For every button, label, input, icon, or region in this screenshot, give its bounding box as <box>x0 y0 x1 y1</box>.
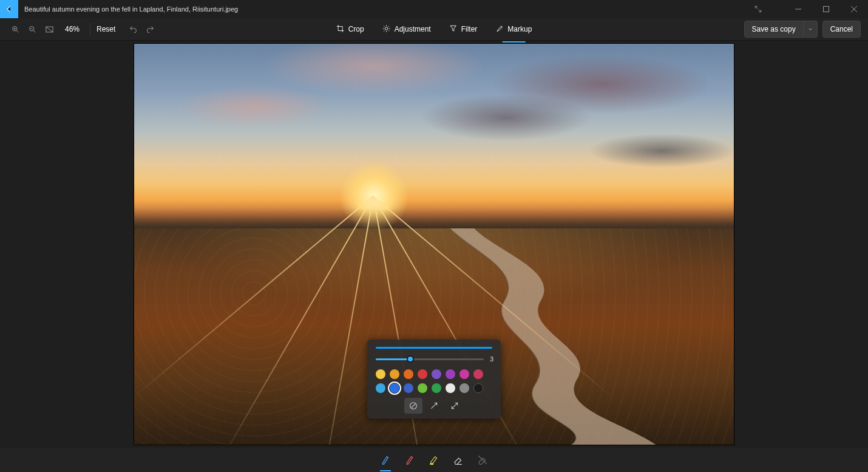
highlighter-tool[interactable] <box>425 451 443 469</box>
pen-tool-2[interactable] <box>401 451 419 469</box>
save-options-dropdown[interactable] <box>804 21 818 38</box>
file-name: Beautiful autumn evening on the fell in … <box>24 5 238 13</box>
zoom-reset-button[interactable]: Reset <box>90 22 120 36</box>
color-swatch-amber[interactable] <box>390 369 399 379</box>
adjustment-icon <box>382 24 391 35</box>
tab-label: Crop <box>348 25 364 33</box>
clear-markup-button[interactable] <box>473 451 492 469</box>
titlebar: Beautiful autumn evening on the fell in … <box>0 0 868 18</box>
color-swatch-red[interactable] <box>418 369 427 379</box>
cancel-button[interactable]: Cancel <box>822 21 861 38</box>
tab-label: Markup <box>507 25 532 33</box>
line-ending-group <box>376 398 492 414</box>
tab-filter[interactable]: Filter <box>448 22 479 37</box>
back-button[interactable] <box>0 0 18 18</box>
undo-button[interactable] <box>125 21 141 37</box>
close-button[interactable] <box>840 0 868 18</box>
maximize-button[interactable] <box>812 0 840 18</box>
zoom-in-button[interactable] <box>7 21 23 37</box>
color-swatch-orange[interactable] <box>404 369 413 379</box>
color-swatch-gray[interactable] <box>459 383 469 393</box>
line-ending-none[interactable] <box>404 398 422 414</box>
zoom-level: 46% <box>58 25 86 33</box>
tab-crop[interactable]: Crop <box>335 22 365 37</box>
color-swatch-grid <box>376 369 492 393</box>
panel-accent-line <box>376 347 492 349</box>
toolbar: 46% Reset Crop Adjustment Filter <box>0 18 868 41</box>
pen-size-slider[interactable]: 3 <box>376 355 492 363</box>
tab-markup[interactable]: Markup <box>494 22 533 37</box>
color-swatch-green[interactable] <box>432 383 441 393</box>
line-ending-double-arrow[interactable] <box>446 398 464 414</box>
color-swatch-lime[interactable] <box>418 383 427 393</box>
redo-button[interactable] <box>142 21 158 37</box>
color-swatch-white[interactable] <box>446 383 455 393</box>
tab-label: Adjustment <box>395 25 431 33</box>
color-swatch-sky[interactable] <box>376 383 385 393</box>
color-swatch-azure[interactable] <box>390 383 399 393</box>
pen-tool-1[interactable] <box>376 451 395 469</box>
filter-icon <box>449 24 458 35</box>
color-swatch-crimson[interactable] <box>473 369 483 379</box>
canvas-area: 3 <box>0 41 868 448</box>
color-swatch-blue[interactable] <box>404 383 413 393</box>
markup-icon <box>495 24 504 35</box>
svg-point-4 <box>385 27 388 30</box>
color-swatch-black[interactable] <box>473 383 483 393</box>
minimize-button[interactable] <box>784 0 812 18</box>
save-as-copy-split: Save as copy <box>744 21 818 38</box>
markup-tool-strip <box>0 448 868 472</box>
tab-adjustment[interactable]: Adjustment <box>381 22 432 37</box>
color-swatch-purple[interactable] <box>446 369 455 379</box>
crop-icon <box>336 24 345 35</box>
color-swatch-magenta[interactable] <box>459 369 469 379</box>
svg-rect-0 <box>824 7 829 12</box>
tab-label: Filter <box>461 25 478 33</box>
markup-pen-panel: 3 <box>367 340 501 419</box>
line-ending-arrow[interactable] <box>425 398 443 414</box>
save-as-copy-button[interactable]: Save as copy <box>744 21 804 38</box>
edit-tabs: Crop Adjustment Filter Markup <box>335 22 534 37</box>
zoom-out-button[interactable] <box>24 21 40 37</box>
pen-size-value: 3 <box>490 355 493 363</box>
zoom-fit-button[interactable] <box>41 21 57 37</box>
color-swatch-violet[interactable] <box>432 369 441 379</box>
eraser-tool[interactable] <box>449 451 467 469</box>
fullscreen-button[interactable] <box>744 0 772 18</box>
color-swatch-yellow[interactable] <box>376 369 385 379</box>
